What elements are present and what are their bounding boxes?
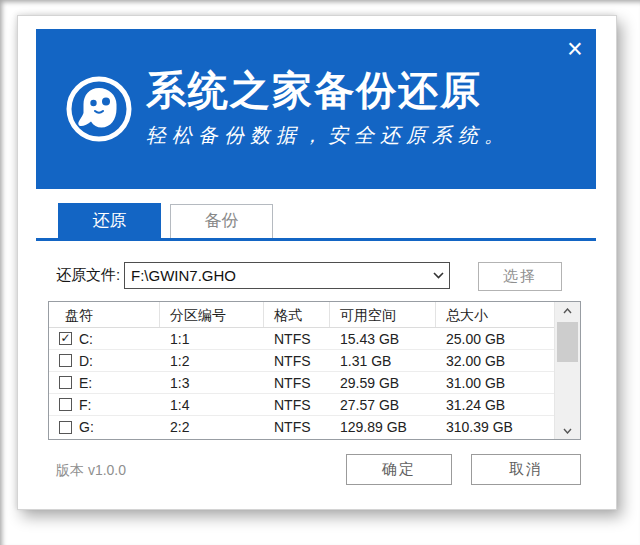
free-space: 1.31 GB [330, 353, 436, 369]
partition-number: 1:4 [160, 397, 264, 413]
scrollbar-thumb[interactable] [557, 322, 578, 362]
total-size: 310.39 GB [436, 419, 554, 435]
app-title: 系统之家备份还原 [146, 67, 510, 113]
row-checkbox[interactable] [59, 354, 72, 367]
total-size: 31.00 GB [436, 375, 554, 391]
tab-backup[interactable]: 备份 [170, 204, 273, 238]
row-checkbox[interactable] [59, 332, 72, 345]
total-size: 25.00 GB [436, 331, 554, 347]
format: NTFS [264, 331, 330, 347]
col-header-drive: 盘符 [49, 302, 160, 327]
tab-restore[interactable]: 还原 [58, 203, 161, 238]
partition-row-c[interactable]: C: 1:1 NTFS 15.43 GB 25.00 GB [49, 328, 554, 350]
format: NTFS [264, 375, 330, 391]
ghost-logo-icon [65, 75, 133, 143]
row-checkbox[interactable] [59, 421, 72, 434]
partition-row-e[interactable]: E: 1:3 NTFS 29.59 GB 31.00 GB [49, 372, 554, 394]
partition-number: 2:2 [160, 419, 264, 435]
chevron-down-icon[interactable] [427, 272, 449, 279]
format: NTFS [264, 353, 330, 369]
col-header-format: 格式 [264, 302, 330, 327]
row-checkbox[interactable] [59, 398, 72, 411]
scroll-up-icon[interactable] [555, 302, 580, 319]
scrollbar-track[interactable] [555, 319, 580, 422]
partition-row-f[interactable]: F: 1:4 NTFS 27.57 GB 31.24 GB [49, 394, 554, 416]
format: NTFS [264, 397, 330, 413]
col-header-partition: 分区编号 [160, 302, 264, 327]
app-subtitle: 轻松备份数据，安全还原系统。 [146, 122, 510, 149]
partition-number: 1:2 [160, 353, 264, 369]
free-space: 27.57 GB [330, 397, 436, 413]
close-icon[interactable]: × [562, 37, 588, 63]
select-file-button[interactable]: 选择 [478, 262, 562, 291]
brand-block: 系统之家备份还原 轻松备份数据，安全还原系统。 [146, 67, 510, 149]
partition-row-g[interactable]: G: 2:2 NTFS 129.89 GB 310.39 GB [49, 416, 554, 438]
restore-file-combobox[interactable]: F:\GWIN7.GHO [124, 262, 450, 289]
cancel-button[interactable]: 取消 [471, 454, 581, 485]
drive-letter: G: [79, 419, 94, 435]
total-size: 32.00 GB [436, 353, 554, 369]
table-header-row: 盘符 分区编号 格式 可用空间 总大小 [49, 302, 554, 328]
ok-button[interactable]: 确定 [346, 454, 452, 485]
scroll-down-icon[interactable] [555, 422, 580, 439]
free-space: 29.59 GB [330, 375, 436, 391]
partition-number: 1:1 [160, 331, 264, 347]
backup-restore-window: × 系统之家备份还原 轻松备份数据，安全还原系统。 还原 备份 还原文件: F:… [17, 15, 617, 510]
free-space: 15.43 GB [330, 331, 436, 347]
restore-file-value: F:\GWIN7.GHO [125, 267, 427, 284]
partition-row-d[interactable]: D: 1:2 NTFS 1.31 GB 32.00 GB [49, 350, 554, 372]
total-size: 31.24 GB [436, 397, 554, 413]
partition-table-body: 盘符 分区编号 格式 可用空间 总大小 C: 1:1 NTFS 15.43 GB… [49, 302, 554, 439]
drive-letter: E: [79, 375, 92, 391]
drive-letter: C: [79, 331, 93, 347]
partition-number: 1:3 [160, 375, 264, 391]
col-header-total-size: 总大小 [436, 302, 554, 327]
format: NTFS [264, 419, 330, 435]
col-header-free-space: 可用空间 [330, 302, 436, 327]
restore-file-label: 还原文件: [56, 260, 120, 290]
drive-letter: D: [79, 353, 93, 369]
version-label: 版本 v1.0.0 [56, 462, 126, 480]
table-scrollbar[interactable] [554, 302, 580, 439]
header-banner: × 系统之家备份还原 轻松备份数据，安全还原系统。 [36, 29, 596, 189]
drive-letter: F: [79, 397, 91, 413]
free-space: 129.89 GB [330, 419, 436, 435]
tab-underline [36, 238, 596, 241]
row-checkbox[interactable] [59, 376, 72, 389]
partition-table: 盘符 分区编号 格式 可用空间 总大小 C: 1:1 NTFS 15.43 GB… [48, 301, 581, 440]
